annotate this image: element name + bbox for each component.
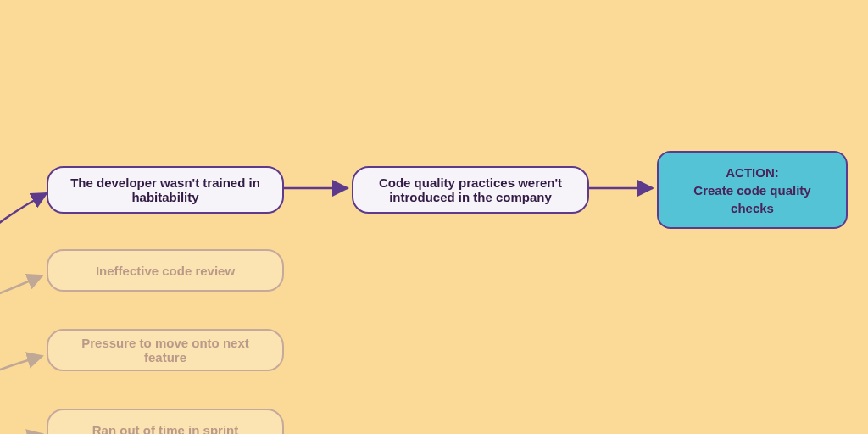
cause-node-no-quality-practices: Code quality practices weren't introduce… [352, 166, 589, 214]
action-label-prefix: ACTION: [674, 164, 831, 181]
action-node-create-quality-checks: ACTION: Create code quality checks [657, 151, 848, 229]
node-label: Code quality practices weren't introduce… [369, 175, 572, 204]
node-label: The developer wasn't trained in habitabi… [64, 175, 267, 204]
cause-node-pressure-next-feature: Pressure to move onto next feature [47, 329, 284, 371]
cause-node-ineffective-code-review: Ineffective code review [47, 249, 284, 292]
node-label: Ineffective code review [96, 264, 235, 278]
node-label: Pressure to move onto next feature [64, 336, 267, 364]
cause-node-ran-out-of-time: Ran out of time in sprint [47, 409, 284, 434]
cause-node-developer-not-trained: The developer wasn't trained in habitabi… [47, 166, 284, 214]
action-label-text: Create code quality checks [674, 181, 831, 217]
node-label: Ran out of time in sprint [92, 423, 239, 435]
